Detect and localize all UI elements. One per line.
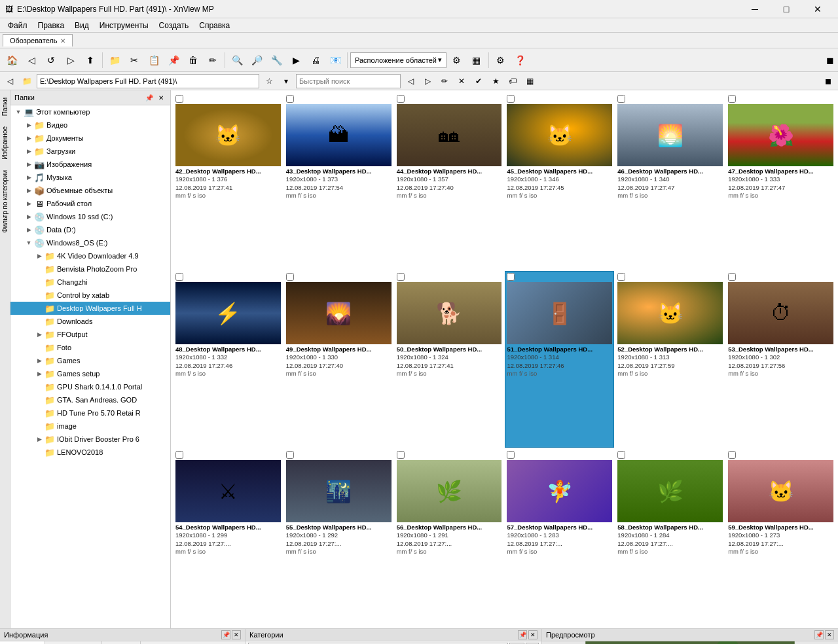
thumbnail-cell[interactable]: 🌿56_Desktop Wallpapers HD...1920x1080 - … xyxy=(395,449,504,626)
tree-item[interactable]: ▶📷Изображения xyxy=(10,158,170,171)
sidebar-close-button[interactable]: ✕ xyxy=(156,92,166,103)
menu-view[interactable]: Вид xyxy=(69,20,94,31)
tree-item[interactable]: 📁LENOVO2018 xyxy=(10,446,170,459)
addr-pencil-button[interactable]: ✏ xyxy=(437,74,452,88)
thumbnail-cell[interactable]: 🌿58_Desktop Wallpapers HD...1920x1080 - … xyxy=(615,449,725,626)
tab-browser[interactable]: Обозреватель ✕ xyxy=(3,34,73,46)
menu-help[interactable]: Справка xyxy=(194,20,235,31)
thumbnail-cell[interactable]: 🌺47_Desktop Wallpapers HD...1920x1080 - … xyxy=(726,93,835,270)
toolbar-home-button[interactable]: 🏠 xyxy=(3,51,21,69)
tab-histogram[interactable]: Гистограмма xyxy=(45,641,102,644)
thumb-checkbox[interactable] xyxy=(507,95,515,103)
thumbnail-cell[interactable]: 🏔43_Desktop Wallpapers HD...1920x1080 - … xyxy=(284,93,393,270)
close-button[interactable]: ✕ xyxy=(803,0,833,18)
toolbar-refresh-button[interactable]: ↺ xyxy=(42,51,60,69)
addr-tag-button[interactable]: 🏷 xyxy=(505,74,520,88)
addr-grid-button[interactable]: ▦ xyxy=(522,74,537,88)
menu-create[interactable]: Создать xyxy=(154,20,194,31)
toolbar-view-button[interactable]: ▦ xyxy=(467,51,486,69)
tree-item[interactable]: ▶📁Документы xyxy=(10,132,170,145)
toolbar-cut-button[interactable]: ✂ xyxy=(125,51,143,69)
toolbar-zoom-out-button[interactable]: 🔎 xyxy=(247,51,266,69)
tree-item[interactable]: 📁Benvista PhotoZoom Pro xyxy=(10,262,170,276)
tab-exiftool[interactable]: ExifTool xyxy=(102,641,141,644)
tree-item[interactable]: 📁Desktop Wallpapers Full H xyxy=(10,302,170,315)
thumb-checkbox[interactable] xyxy=(617,451,625,459)
tree-item[interactable]: ▶📁Games xyxy=(10,354,170,367)
addr-up-button[interactable]: ◁ xyxy=(3,74,17,88)
toolbar-back-button[interactable]: ◁ xyxy=(22,51,41,69)
thumb-checkbox[interactable] xyxy=(728,451,736,459)
tree-item[interactable]: 📁Control by xatab xyxy=(10,289,170,302)
filter-tab-category[interactable]: Фильтр по категории xyxy=(0,166,10,238)
tree-item[interactable]: ▶📁Видео xyxy=(10,118,170,132)
thumb-checkbox[interactable] xyxy=(397,95,405,103)
thumb-checkbox[interactable] xyxy=(617,95,625,103)
tree-item[interactable]: 📁image xyxy=(10,420,170,433)
thumb-checkbox[interactable] xyxy=(175,451,183,459)
toolbar-print-button[interactable]: 🖨 xyxy=(306,51,325,69)
toolbar-rename-button[interactable]: ✏ xyxy=(204,51,222,69)
info-panel-pin-button[interactable]: 📌 xyxy=(221,630,230,639)
thumbnail-cell[interactable]: 🧚57_Desktop Wallpapers HD...1920x1080 - … xyxy=(505,449,614,626)
sidebar-pin-button[interactable]: 📌 xyxy=(144,92,155,103)
tree-item[interactable]: ▶🖥Рабочий стол xyxy=(10,197,170,210)
thumb-checkbox[interactable] xyxy=(286,451,294,459)
addr-star2-button[interactable]: ★ xyxy=(488,74,503,88)
toolbar-settings2-button[interactable]: ⚙ xyxy=(492,51,510,69)
menu-edit[interactable]: Правка xyxy=(33,20,70,31)
tree-item[interactable]: 📁Foto xyxy=(10,341,170,354)
toolbar-settings1-button[interactable]: ⚙ xyxy=(448,51,466,69)
thumb-checkbox[interactable] xyxy=(286,95,294,103)
thumb-checkbox[interactable] xyxy=(728,95,736,103)
toolbar-slideshow-button[interactable]: ▶ xyxy=(287,51,305,69)
tab-close-icon[interactable]: ✕ xyxy=(60,37,65,45)
thumbnail-cell[interactable]: 🐕50_Desktop Wallpapers HD...1920x1080 - … xyxy=(395,271,504,448)
tree-item[interactable]: ▶📁FFOutput xyxy=(10,328,170,341)
thumbnail-cell[interactable]: ⚡48_Desktop Wallpapers HD...1920x1080 - … xyxy=(173,271,283,448)
thumb-checkbox[interactable] xyxy=(397,451,405,459)
toolbar-layout-dropdown[interactable]: Расположение областей ▾ xyxy=(350,52,446,68)
addr-panel2-button[interactable]: ◼ xyxy=(821,74,835,88)
tree-item[interactable]: ▼💻Этот компьютер xyxy=(10,105,170,118)
thumb-checkbox[interactable] xyxy=(286,273,294,281)
thumbnail-cell[interactable]: ⏱53_Desktop Wallpapers HD...1920x1080 - … xyxy=(726,271,835,448)
toolbar-zoom-in-button[interactable]: 🔍 xyxy=(228,51,246,69)
thumb-checkbox[interactable] xyxy=(507,273,515,281)
thumb-checkbox[interactable] xyxy=(728,273,736,281)
thumbnail-cell[interactable]: 🌃55_Desktop Wallpapers HD...1920x1080 - … xyxy=(284,449,393,626)
filter-tab-favorites[interactable]: Избранное xyxy=(0,122,10,164)
tree-item[interactable]: ▶📦Объемные объекты xyxy=(10,184,170,197)
toolbar-up-button[interactable]: ⬆ xyxy=(81,51,100,69)
categories-panel-close-button[interactable]: ✕ xyxy=(528,630,537,639)
preview-panel-close-button[interactable]: ✕ xyxy=(825,630,834,639)
addr-check-button[interactable]: ✔ xyxy=(471,74,486,88)
addr-dropdown-button[interactable]: ▾ xyxy=(279,74,293,88)
toolbar-help-button[interactable]: ❓ xyxy=(511,51,530,69)
tree-item[interactable]: ▶📁IObit Driver Booster Pro 6 xyxy=(10,433,170,446)
thumbnail-cell[interactable]: 🐱42_Desktop Wallpapers HD...1920x1080 - … xyxy=(173,93,283,270)
info-panel-close-button[interactable]: ✕ xyxy=(232,630,241,639)
toolbar-filter-button[interactable]: 🔧 xyxy=(267,51,285,69)
addr-x-button[interactable]: ✕ xyxy=(454,74,469,88)
thumb-checkbox[interactable] xyxy=(397,273,405,281)
thumb-checkbox[interactable] xyxy=(175,95,183,103)
tree-item[interactable]: ▼💿Windows8_OS (E:) xyxy=(10,236,170,249)
toolbar-delete-button[interactable]: 🗑 xyxy=(184,51,202,69)
tree-item[interactable]: 📁GPU Shark 0.14.1.0 Portal xyxy=(10,380,170,393)
toolbar-email-button[interactable]: 📧 xyxy=(326,51,344,69)
menu-tools[interactable]: Инструменты xyxy=(94,20,154,31)
thumbnail-cell[interactable]: 🐱52_Desktop Wallpapers HD...1920x1080 - … xyxy=(615,271,725,448)
toolbar-paste-button[interactable]: 📌 xyxy=(164,51,183,69)
tree-item[interactable]: 📁Changzhi xyxy=(10,276,170,289)
toolbar-copy-button[interactable]: 📋 xyxy=(145,51,163,69)
tab-properties[interactable]: Свойства xyxy=(0,641,45,644)
tree-item[interactable]: ▶📁Games setup xyxy=(10,367,170,380)
thumb-checkbox[interactable] xyxy=(507,451,515,459)
thumbnail-cell[interactable]: 🚪51_Desktop Wallpapers HD...1920x1080 - … xyxy=(505,271,614,448)
toolbar-panel-toggle-button[interactable]: ◼ xyxy=(825,51,835,69)
thumbnail-cell[interactable]: 🐱45_Desktop Wallpapers HD...1920x1080 - … xyxy=(505,93,614,270)
minimize-button[interactable]: ─ xyxy=(740,0,770,18)
categories-panel-pin-button[interactable]: 📌 xyxy=(518,630,527,639)
thumb-checkbox[interactable] xyxy=(617,273,625,281)
